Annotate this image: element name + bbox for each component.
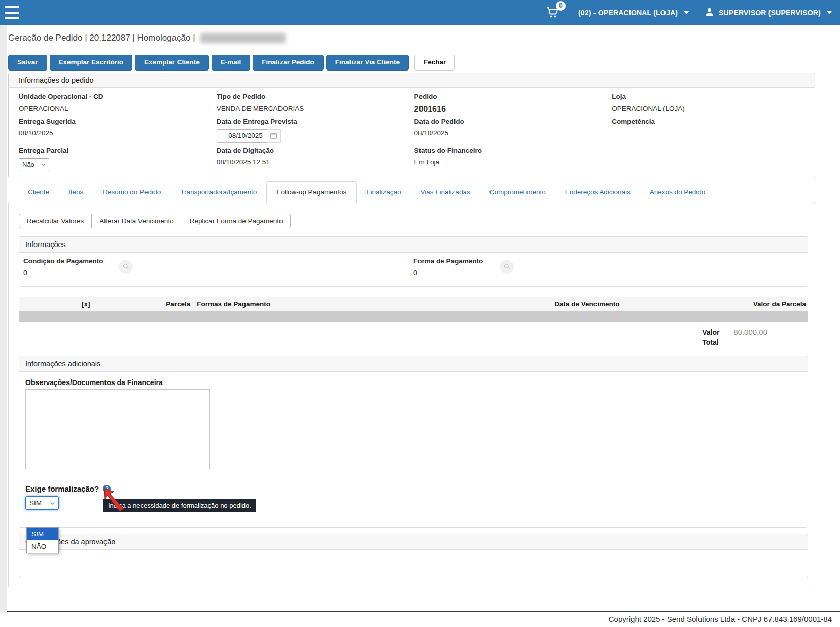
pedido-value: 2001616: [414, 104, 607, 114]
unit-selector-dropdown[interactable]: (02) - OPERACIONAL (LOJA): [578, 9, 689, 17]
competencia-value: [612, 129, 804, 137]
cart-icon: [545, 13, 560, 21]
tab-itens[interactable]: Itens: [59, 188, 93, 202]
observacoes-aprovacao-section: Observações da aprovação: [19, 534, 808, 578]
tab-bar: Cliente Itens Resumo do Pedido Transport…: [8, 181, 815, 202]
tab-resumo-do-pedido[interactable]: Resumo do Pedido: [93, 188, 170, 202]
fechar-button[interactable]: Fechar: [414, 55, 455, 71]
forma-pagamento-value: 0: [413, 269, 803, 277]
user-icon: [704, 7, 715, 19]
footer: Copyright 2025 - Send Solutions Ltda - C…: [0, 611, 840, 627]
parcelas-table: [x] Parcela Formas de Pagamento Data de …: [19, 297, 808, 322]
cart-button[interactable]: 0: [545, 5, 560, 21]
help-icon[interactable]: ?: [103, 485, 111, 493]
informacoes-title: Informações: [19, 237, 808, 253]
hamburger-menu-icon[interactable]: [5, 6, 21, 20]
tab-vias-finalizadas[interactable]: Vias Finalizadas: [411, 188, 480, 202]
user-selector-dropdown[interactable]: SUPERVISOR (SUPERVISOR): [704, 7, 832, 19]
exemplar-escritorio-button[interactable]: Exemplar Escritório: [50, 55, 133, 71]
parcelas-header-row: [x] Parcela Formas de Pagamento Data de …: [19, 297, 808, 311]
unidade-operacional-label: Unidade Operacional - CD: [19, 93, 212, 100]
observacoes-aprovacao-title: Observações da aprovação: [19, 534, 808, 550]
data-pedido-label: Data do Pedido: [414, 118, 607, 125]
entrega-parcial-select[interactable]: Não: [19, 158, 49, 171]
entrega-sugerida-value: 08/10/2025: [19, 129, 212, 137]
page-title: Geração de Pedido | 20.122087 | Homologa…: [8, 33, 195, 43]
search-icon: [122, 263, 130, 270]
replicar-forma-pagamento-button[interactable]: Replicar Forma de Pagamento: [182, 214, 291, 228]
competencia-label: Competência: [612, 118, 804, 125]
exige-formalizacao-value: SIM: [29, 499, 42, 507]
informacoes-adicionais-section: Informações adicionais Observações/Docum…: [19, 356, 808, 528]
entrega-parcial-label: Entrega Parcial: [19, 147, 212, 154]
data-digitacao-value: 08/10/2025 12:51: [217, 158, 409, 166]
chevron-down-icon: [50, 502, 55, 505]
cart-count-badge: 0: [556, 1, 566, 11]
data-entrega-prevista-label: Data de Entrega Prevista: [217, 118, 409, 125]
condicao-pagamento-label: Condição de Pagamento: [23, 257, 413, 265]
pedido-label: Pedido: [414, 93, 607, 100]
exige-formalizacao-label: Exige formalização?: [25, 484, 99, 493]
finalizar-via-cliente-button[interactable]: Finalizar Via Cliente: [326, 55, 409, 71]
informacoes-adicionais-title: Informações adicionais: [19, 356, 808, 372]
option-sim[interactable]: SIM: [27, 528, 58, 540]
chevron-down-icon: [684, 11, 689, 14]
tipo-pedido-value: VENDA DE MERCADORIAS: [217, 104, 409, 113]
calendar-icon[interactable]: [267, 129, 281, 143]
tab-enderecos-adicionais[interactable]: Endereços Adicionais: [555, 188, 640, 202]
top-bar: 0 (02) - OPERACIONAL (LOJA) SUPERVISOR (…: [0, 0, 840, 25]
order-info-panel: Informações do pedido Unidade Operaciona…: [8, 73, 815, 178]
exige-formalizacao-dropdown: SIM NÃO: [26, 527, 59, 553]
col-valor-parcela-header: Valor da Parcela: [650, 297, 808, 311]
entrega-sugerida-label: Entrega Sugerida: [19, 118, 212, 125]
option-nao[interactable]: NÃO: [27, 540, 58, 553]
followup-pagamentos-panel: Recalcular Valores Alterar Data Vencimen…: [8, 202, 815, 589]
unidade-operacional-value: OPERACIONAL: [19, 104, 212, 113]
tab-follow-up-pagamentos[interactable]: Follow-up Pagamentos: [266, 181, 357, 203]
forma-pagamento-label: Forma de Pagamento: [413, 257, 803, 265]
data-entrega-prevista-input[interactable]: 08/10/2025: [217, 129, 267, 143]
condicao-pagamento-search-button[interactable]: [119, 260, 133, 274]
data-pedido-value: 08/10/2025: [414, 129, 607, 137]
finalizar-pedido-button[interactable]: Finalizar Pedido: [253, 55, 324, 71]
chevron-down-icon: [41, 163, 46, 166]
data-digitacao-label: Data de Digitação: [217, 147, 409, 154]
order-info-title: Informações do pedido: [9, 73, 815, 88]
toolbar: Salvar Exemplar Escritório Exemplar Clie…: [8, 55, 815, 71]
status-financeiro-value: Em Loja: [414, 158, 607, 166]
tab-comprometimento[interactable]: Comprometimento: [480, 188, 555, 202]
entrega-parcial-value: Não: [22, 161, 34, 168]
observacoes-financeira-textarea[interactable]: [25, 389, 210, 469]
col-data-vencimento-header: Data de Vencimento: [524, 297, 650, 311]
forma-pagamento-search-button[interactable]: [500, 260, 514, 274]
tab-anexos-do-pedido[interactable]: Anexos do Pedido: [640, 188, 715, 202]
informacoes-section: Informações Condição de Pagamento 0 Form…: [19, 236, 808, 287]
email-button[interactable]: E-mail: [212, 55, 251, 71]
observacoes-financeira-label: Observações/Documentos da Financeira: [25, 378, 801, 387]
chevron-down-icon: [827, 11, 832, 14]
tipo-pedido-label: Tipo de Pedido: [217, 93, 409, 100]
exige-formalizacao-select[interactable]: SIM: [25, 496, 59, 510]
loja-value: OPERACIONAL (LOJA): [612, 104, 804, 113]
loja-label: Loja: [612, 93, 804, 100]
payment-action-group: Recalcular Valores Alterar Data Vencimen…: [19, 214, 291, 228]
valor-total-label: Valor Total: [702, 327, 722, 348]
formalizacao-tooltip: Indica a necessidade de formalização no …: [103, 499, 256, 512]
exemplar-cliente-button[interactable]: Exemplar Cliente: [135, 55, 209, 71]
redacted-text: [200, 33, 286, 43]
col-parcela-header: Parcela: [153, 297, 193, 311]
recalcular-valores-button[interactable]: Recalcular Valores: [19, 214, 92, 228]
tab-finalizacao[interactable]: Finalização: [357, 188, 410, 202]
page-left-margin: [0, 25, 7, 613]
search-icon: [503, 263, 511, 270]
tab-cliente[interactable]: Cliente: [18, 188, 59, 202]
condicao-pagamento-value: 0: [23, 269, 413, 277]
user-selector-label: SUPERVISOR (SUPERVISOR): [719, 9, 821, 17]
alterar-data-vencimento-button[interactable]: Alterar Data Vencimento: [91, 214, 182, 228]
observacoes-aprovacao-body: [19, 550, 808, 578]
unit-selector-label: (02) - OPERACIONAL (LOJA): [578, 9, 678, 17]
tab-transportadora-icamento[interactable]: Transportadora/Içamento: [170, 188, 266, 202]
col-x-header: [x]: [19, 297, 153, 311]
empty-table-row: [19, 311, 808, 322]
salvar-button[interactable]: Salvar: [8, 55, 47, 71]
